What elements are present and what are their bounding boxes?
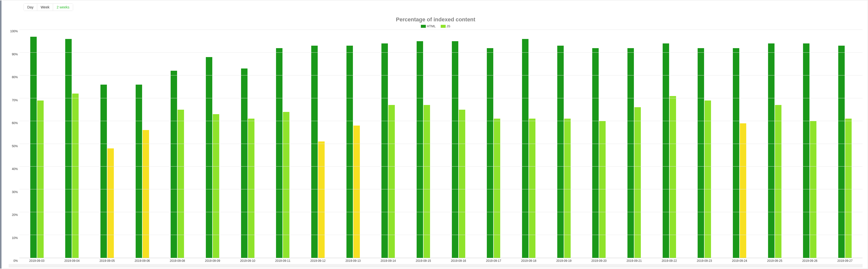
plot-area: 2019-09-032019-09-042019-09-052019-09-06…: [19, 30, 863, 263]
y-tick: 0%: [13, 259, 18, 263]
bar-group: [722, 30, 757, 258]
bar-html[interactable]: [170, 71, 177, 258]
bar-group: [441, 30, 476, 258]
bar-html[interactable]: [30, 37, 37, 258]
bar-html[interactable]: [768, 43, 775, 258]
range-tab-day[interactable]: Day: [24, 4, 37, 11]
x-tick: 2019-09-09: [195, 259, 230, 263]
y-axis: 100%90%80%70%60%50%40%30%20%10%0%: [9, 30, 19, 263]
bar-html[interactable]: [557, 46, 564, 258]
bar-html[interactable]: [276, 48, 282, 258]
bar-js[interactable]: [705, 100, 711, 258]
bar-html[interactable]: [416, 41, 423, 258]
range-selector: DayWeek2 weeks: [24, 3, 73, 11]
range-tab-2-weeks[interactable]: 2 weeks: [53, 4, 73, 11]
bar-group: [652, 30, 687, 258]
x-tick: 2019-09-22: [652, 259, 687, 263]
bar-html[interactable]: [65, 39, 72, 258]
x-tick: 2019-09-20: [581, 259, 617, 263]
bar-html[interactable]: [522, 39, 528, 258]
x-tick: 2019-09-24: [722, 259, 757, 263]
y-tick: 90%: [12, 53, 18, 56]
bar-html[interactable]: [838, 46, 845, 258]
bar-group: [581, 30, 617, 258]
x-tick: 2019-09-04: [54, 259, 90, 263]
bar-group: [230, 30, 266, 258]
bar-html[interactable]: [592, 48, 599, 258]
bar-html[interactable]: [311, 46, 318, 258]
bar-js[interactable]: [107, 148, 114, 258]
bar-html[interactable]: [663, 43, 669, 258]
bar-group: [160, 30, 195, 258]
y-tick: 20%: [12, 213, 18, 217]
bar-group: [371, 30, 406, 258]
bar-html[interactable]: [206, 57, 212, 258]
bars-container: [19, 30, 863, 258]
bar-html[interactable]: [627, 48, 634, 258]
chart-legend: HTML JS: [9, 24, 863, 28]
x-tick: 2019-09-06: [125, 259, 160, 263]
bar-group: [687, 30, 722, 258]
legend-label-html: HTML: [427, 24, 435, 28]
y-tick: 50%: [12, 144, 18, 148]
bar-html[interactable]: [100, 85, 107, 258]
bar-js[interactable]: [178, 110, 184, 258]
x-tick: 2019-09-26: [792, 259, 827, 263]
bar-group: [265, 30, 300, 258]
gridline: [19, 189, 863, 189]
bar-js[interactable]: [37, 100, 44, 258]
bar-group: [827, 30, 863, 258]
gridline: [19, 52, 863, 53]
bar-html[interactable]: [452, 41, 458, 258]
x-tick: 2019-09-05: [90, 259, 125, 263]
bar-html[interactable]: [346, 46, 353, 258]
x-tick: 2019-09-27: [827, 259, 863, 263]
gridline: [19, 75, 863, 76]
bar-group: [511, 30, 546, 258]
bar-js[interactable]: [459, 110, 465, 258]
x-axis: 2019-09-032019-09-042019-09-052019-09-06…: [19, 259, 863, 263]
bar-js[interactable]: [494, 119, 500, 258]
bar-html[interactable]: [241, 68, 248, 258]
chart-panel: DayWeek2 weeks Percentage of indexed con…: [0, 0, 868, 269]
bar-js[interactable]: [529, 119, 535, 258]
bar-html[interactable]: [803, 43, 809, 258]
bar-js[interactable]: [248, 119, 254, 258]
chart-body: 100%90%80%70%60%50%40%30%20%10%0% 2019-0…: [9, 30, 863, 263]
x-tick: 2019-09-23: [687, 259, 722, 263]
chart-title: Percentage of indexed content: [9, 17, 863, 23]
bar-js[interactable]: [213, 114, 219, 258]
y-tick: 30%: [12, 190, 18, 194]
bar-html[interactable]: [381, 43, 388, 258]
bar-js[interactable]: [318, 142, 324, 258]
bar-group: [792, 30, 827, 258]
bar-html[interactable]: [733, 48, 739, 258]
bar-js[interactable]: [564, 119, 571, 258]
legend-item-html[interactable]: HTML: [421, 24, 435, 28]
bar-html[interactable]: [136, 85, 142, 258]
bar-js[interactable]: [634, 107, 641, 258]
x-tick: 2019-09-13: [336, 259, 371, 263]
legend-swatch-js-icon: [441, 25, 446, 28]
bar-js[interactable]: [353, 125, 360, 258]
bar-js[interactable]: [845, 119, 851, 258]
x-tick: 2019-09-03: [19, 259, 55, 263]
bar-group: [546, 30, 582, 258]
bar-js[interactable]: [72, 94, 79, 258]
bar-html[interactable]: [698, 48, 704, 258]
range-tab-week[interactable]: Week: [37, 4, 53, 11]
gridline: [19, 144, 863, 144]
bar-group: [90, 30, 125, 258]
bar-group: [195, 30, 230, 258]
legend-item-js[interactable]: JS: [441, 24, 451, 28]
bar-group: [406, 30, 441, 258]
bar-group: [300, 30, 336, 258]
bar-html[interactable]: [487, 48, 493, 258]
y-tick: 80%: [12, 76, 18, 79]
x-tick: 2019-09-10: [230, 259, 266, 263]
x-tick: 2019-09-12: [300, 259, 336, 263]
bar-js[interactable]: [670, 96, 676, 258]
bar-js[interactable]: [283, 112, 289, 258]
bar-js[interactable]: [143, 130, 149, 258]
bar-group: [476, 30, 511, 258]
